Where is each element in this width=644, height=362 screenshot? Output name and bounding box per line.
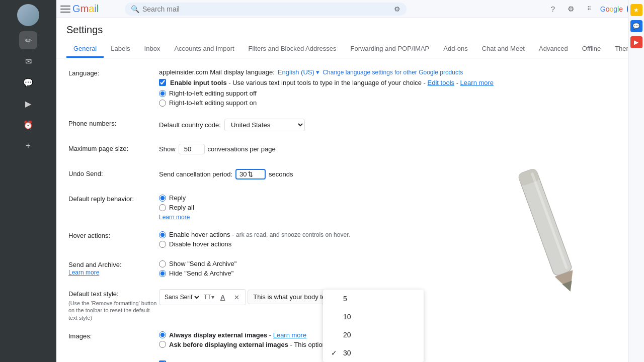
dropdown-option-20[interactable]: 20 bbox=[323, 326, 424, 344]
images-learn-more[interactable]: Learn more bbox=[273, 331, 306, 339]
rtl-on-label: Right-to-left editing support on bbox=[169, 99, 257, 107]
tab-filters[interactable]: Filters and Blocked Addresses bbox=[242, 41, 344, 58]
rtl-on-row: Right-to-left editing support on bbox=[159, 99, 632, 107]
sidebar-item-mail[interactable]: ✉ bbox=[19, 52, 37, 70]
sidebar-item-spaces[interactable]: ▶ bbox=[19, 95, 37, 113]
country-select[interactable]: United States bbox=[224, 119, 305, 131]
cancel-period-select[interactable]: 30 ⇅ bbox=[235, 169, 266, 179]
text-style-note: (Use the 'Remove formatting' button on t… bbox=[68, 300, 159, 321]
phone-control: Default country code: United States bbox=[159, 119, 632, 134]
font-select[interactable]: Sans Serif bbox=[163, 293, 201, 301]
hover-enable-radio[interactable] bbox=[159, 231, 166, 238]
gmail-topbar: Gmail 🔍 ⚙ ? ⚙ ⠿ Google C bbox=[56, 0, 644, 18]
seconds-label: seconds bbox=[269, 170, 293, 178]
send-archive-row: Send and Archive: Learn more Show "Send … bbox=[68, 260, 632, 279]
sidebar-item-chat[interactable]: 💬 bbox=[19, 73, 37, 92]
sidebar-item-compose[interactable]: ✏ bbox=[19, 31, 37, 49]
text-color-button[interactable]: A bbox=[217, 292, 228, 303]
dropdown-option-30[interactable]: 30 bbox=[323, 344, 424, 362]
phone-row: Phone numbers: Default country code: Uni… bbox=[68, 119, 632, 134]
right-panel-star[interactable]: ★ bbox=[630, 4, 642, 16]
tab-offline[interactable]: Offline bbox=[575, 41, 608, 58]
input-tools-row: Enable input tools - Use various text in… bbox=[159, 79, 632, 86]
text-style-label: Default text style: (Use the 'Remove for… bbox=[68, 289, 159, 321]
settings-header: Settings General Labels Inbox Accounts a… bbox=[56, 18, 644, 58]
page-size-row: Maximum page size: Show conversations pe… bbox=[68, 144, 632, 159]
reply-option-label: Reply bbox=[169, 194, 186, 202]
apps-button[interactable]: ⠿ bbox=[582, 2, 596, 16]
settings-page: Settings General Labels Inbox Accounts a… bbox=[56, 18, 644, 362]
page-size-label: Maximum page size: bbox=[68, 144, 159, 159]
reply-radio[interactable] bbox=[159, 195, 166, 202]
show-archive-label: Show "Send & Archive" bbox=[169, 260, 236, 267]
rtl-on-radio[interactable] bbox=[159, 100, 166, 107]
hover-enable-label: Enable hover actions - ark as read, and … bbox=[169, 231, 350, 238]
images-label: Images: bbox=[68, 331, 159, 350]
rtl-off-row: Right-to-left editing support off bbox=[159, 89, 632, 97]
page-size-control: Show conversations per page bbox=[159, 144, 632, 159]
undo-control: Send cancellation period: 30 ⇅ seconds bbox=[159, 169, 632, 184]
hover-label: Hover actions: bbox=[68, 231, 159, 250]
dropdown-option-10[interactable]: 10 bbox=[323, 308, 424, 326]
phone-label: Phone numbers: bbox=[68, 119, 159, 134]
tab-accounts[interactable]: Accounts and Import bbox=[167, 41, 241, 58]
reply-learn-more[interactable]: Learn more bbox=[159, 214, 190, 221]
right-panel-meet[interactable]: ▶ bbox=[630, 36, 642, 48]
phone-desc: Default country code: bbox=[159, 121, 222, 129]
reply-label: Default reply behavior: bbox=[68, 194, 159, 221]
language-selected[interactable]: English (US) ▾ bbox=[278, 68, 320, 76]
text-clear-button[interactable]: ✕ bbox=[231, 292, 243, 303]
cancel-period-dropdown: 5 10 20 30 bbox=[323, 290, 424, 362]
reply-behavior-row: Default reply behavior: Reply Reply all … bbox=[68, 194, 632, 221]
language-change-link[interactable]: Change language settings for other Googl… bbox=[323, 69, 463, 76]
sidebar-item-add[interactable]: + bbox=[19, 137, 37, 155]
tab-addons[interactable]: Add-ons bbox=[436, 41, 474, 58]
font-size-icon[interactable]: TT▾ bbox=[204, 294, 214, 301]
hamburger-menu[interactable] bbox=[60, 6, 70, 13]
dropdown-option-5[interactable]: 5 bbox=[323, 290, 424, 308]
search-bar[interactable]: 🔍 ⚙ bbox=[125, 3, 407, 16]
avatar[interactable] bbox=[17, 4, 39, 26]
rtl-off-radio[interactable] bbox=[159, 90, 166, 97]
language-control: appleinsider.com Mail display language: … bbox=[159, 68, 632, 109]
undo-label: Undo Send: bbox=[68, 169, 159, 184]
right-panel-chat[interactable]: 💬 bbox=[630, 20, 642, 32]
hide-archive-radio[interactable] bbox=[159, 270, 166, 277]
tab-forwarding[interactable]: Forwarding and POP/IMAP bbox=[343, 41, 436, 58]
input-tools-checkbox[interactable] bbox=[159, 79, 166, 86]
settings-nav: General Labels Inbox Accounts and Import… bbox=[66, 41, 644, 58]
send-archive-learn[interactable]: Learn more bbox=[68, 269, 99, 276]
google-text: Google bbox=[600, 5, 623, 13]
always-images-radio[interactable] bbox=[159, 331, 166, 338]
tab-chat[interactable]: Chat and Meet bbox=[475, 41, 532, 58]
dropdown-value-20: 20 bbox=[343, 331, 351, 339]
edit-tools-link[interactable]: Edit tools bbox=[428, 79, 454, 86]
help-button[interactable]: ? bbox=[546, 2, 560, 16]
tab-labels[interactable]: Labels bbox=[104, 41, 137, 58]
hover-disable-radio[interactable] bbox=[159, 241, 166, 248]
tab-advanced[interactable]: Advanced bbox=[532, 41, 575, 58]
show-archive-radio[interactable] bbox=[159, 260, 166, 267]
dropdown-value-30: 30 bbox=[343, 349, 351, 357]
per-page-label: conversations per page bbox=[208, 145, 276, 153]
search-icon: 🔍 bbox=[131, 5, 139, 13]
tab-general[interactable]: General bbox=[66, 41, 104, 58]
ask-images-radio[interactable] bbox=[159, 341, 166, 348]
cancel-period-value: 30 bbox=[239, 170, 247, 178]
settings-title: Settings bbox=[66, 24, 644, 36]
search-input[interactable] bbox=[142, 5, 391, 13]
show-label: Show bbox=[159, 145, 176, 153]
tab-inbox[interactable]: Inbox bbox=[137, 41, 168, 58]
settings-button[interactable]: ⚙ bbox=[564, 2, 578, 16]
reply-all-radio[interactable] bbox=[159, 204, 166, 211]
sidebar-item-meet[interactable]: ⏰ bbox=[19, 116, 37, 134]
language-label: Language: bbox=[68, 68, 159, 109]
search-filter-icon[interactable]: ⚙ bbox=[394, 5, 400, 13]
topbar-right: ? ⚙ ⠿ Google C bbox=[546, 2, 640, 16]
always-images-label: Always display external images - Learn m… bbox=[169, 331, 306, 339]
learn-more-link[interactable]: Learn more bbox=[460, 79, 494, 86]
page-size-input[interactable] bbox=[179, 144, 205, 154]
reply-control: Reply Reply all Learn more bbox=[159, 194, 632, 221]
hover-control: Enable hover actions - ark as read, and … bbox=[159, 231, 632, 250]
gmail-logo: Gmail bbox=[60, 3, 121, 15]
